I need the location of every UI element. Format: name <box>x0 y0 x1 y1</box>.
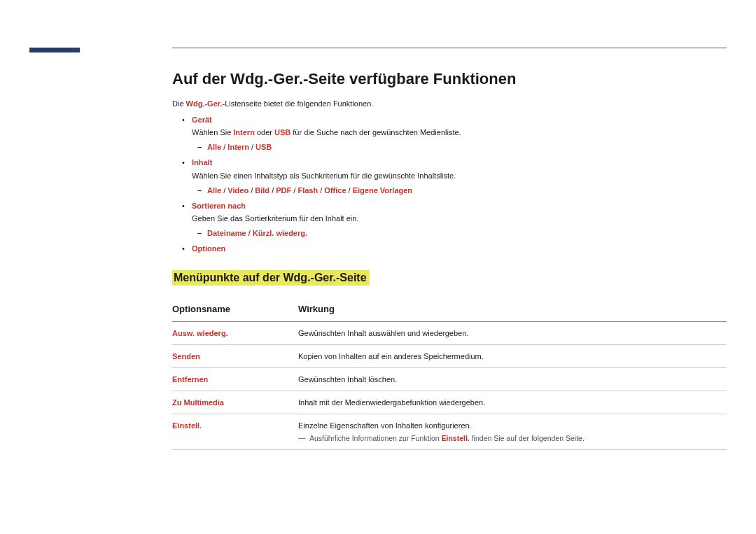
page-content: Auf der Wdg.-Ger.-Seite verfügbare Funkt… <box>172 70 727 450</box>
sortieren-sublist: Dateiname / Kürzl. wiederg. <box>192 227 727 239</box>
th-wirkung: Wirkung <box>298 298 727 322</box>
table-row: Zu Multimedia Inhalt mit der Medienwiede… <box>172 391 727 414</box>
inhalt-sublist: Alle / Video / Bild / PDF / Flash / Offi… <box>192 184 727 197</box>
cell-option-name: Senden <box>172 345 298 368</box>
bullet-inhalt: Inhalt Wählen Sie einen Inhaltstyp als S… <box>172 156 727 196</box>
bullet-optionen: Optionen <box>172 242 727 255</box>
bullet-sortieren: Sortieren nach Geben Sie das Sortierkrit… <box>172 199 727 239</box>
geraet-sublist: Alle / Intern / USB <box>192 141 727 153</box>
table-row: Entfernen Gewünschten Inhalt löschen. <box>172 368 727 391</box>
inhalt-options: Alle / Video / Bild / PDF / Flash / Offi… <box>192 184 727 197</box>
top-rule <box>172 48 727 48</box>
sortieren-desc: Geben Sie das Sortierkriterium für den I… <box>192 212 727 225</box>
geraet-desc: Wählen Sie Intern oder USB für die Suche… <box>192 126 727 139</box>
cell-option-name: Einstell. <box>172 414 298 450</box>
subheading: Menüpunkte auf der Wdg.-Ger.-Seite <box>172 270 370 286</box>
intro-text: Die Wdg.-Ger.-Listenseite bietet die fol… <box>172 99 727 108</box>
table-row: Ausw. wiederg. Gewünschten Inhalt auswäh… <box>172 322 727 345</box>
cell-option-name: Entfernen <box>172 368 298 391</box>
cell-option-effect: Kopien von Inhalten auf ein anderes Spei… <box>298 345 727 368</box>
cell-option-effect: Gewünschten Inhalt auswählen und wiederg… <box>298 322 727 345</box>
cell-option-name: Zu Multimedia <box>172 391 298 414</box>
accent-bar <box>29 48 80 52</box>
main-bullet-list: Gerät Wählen Sie Intern oder USB für die… <box>172 113 727 255</box>
bullet-geraet: Gerät Wählen Sie Intern oder USB für die… <box>172 113 727 153</box>
table-row: Einstell. Einzelne Eigenschaften von Inh… <box>172 414 727 450</box>
cell-option-effect: Einzelne Eigenschaften von Inhalten konf… <box>298 414 727 450</box>
page-title: Auf der Wdg.-Ger.-Seite verfügbare Funkt… <box>172 70 727 88</box>
cell-option-effect: Gewünschten Inhalt löschen. <box>298 368 727 391</box>
options-table: Optionsname Wirkung Ausw. wiederg. Gewün… <box>172 298 727 450</box>
table-header-row: Optionsname Wirkung <box>172 298 727 322</box>
sortieren-options: Dateiname / Kürzl. wiederg. <box>192 227 727 239</box>
th-optionsname: Optionsname <box>172 298 298 322</box>
cell-option-name: Ausw. wiederg. <box>172 322 298 345</box>
geraet-options: Alle / Intern / USB <box>192 141 727 153</box>
footnote: Ausführliche Informationen zur Funktion … <box>298 434 727 442</box>
cell-option-effect: Inhalt mit der Medienwiedergabefunktion … <box>298 391 727 414</box>
table-row: Senden Kopien von Inhalten auf ein ander… <box>172 345 727 368</box>
inhalt-desc: Wählen Sie einen Inhaltstyp als Suchkrit… <box>192 169 727 182</box>
